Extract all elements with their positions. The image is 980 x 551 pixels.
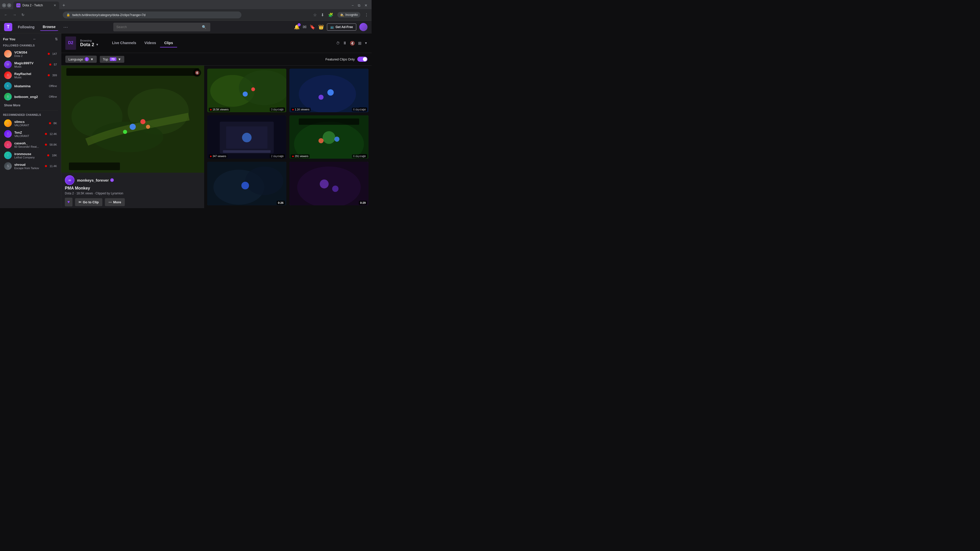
streamer-avatar[interactable]: ∞ xyxy=(65,175,75,185)
search-box[interactable]: 🔍 xyxy=(113,23,210,32)
new-tab-button[interactable]: + xyxy=(60,2,67,9)
live-dot-rayrachel xyxy=(48,74,50,76)
video-player[interactable]: 🔇 xyxy=(61,65,204,173)
clip-game: Dota 2 xyxy=(65,192,74,195)
clip-card-3[interactable]: 347 viewers 0:53 2 days ago y y0nd ✓ xyxy=(207,115,286,159)
notifications-icon[interactable]: 🔔 xyxy=(294,24,300,30)
for-you-label: For You xyxy=(3,37,15,41)
clip-thumb-bg-6 xyxy=(290,162,369,205)
volume-icon[interactable]: 🔇 xyxy=(350,41,355,46)
forward-button[interactable]: → xyxy=(12,12,18,18)
browse-game-dropdown[interactable]: ▼ xyxy=(96,43,99,46)
minimize-button[interactable]: − xyxy=(352,3,354,8)
clip-viewers-3: 347 viewers xyxy=(209,154,228,158)
sidebar-item-kkatamina[interactable]: K kkatamina Offline xyxy=(1,81,60,91)
twitch-logo[interactable]: T xyxy=(4,23,12,31)
sidebar: For You ← ⇅ FOLLOWED CHANNELS V VCM354 D… xyxy=(0,33,61,208)
notification-badge xyxy=(298,23,301,26)
offline-betboom: Offline xyxy=(49,95,57,98)
clip-thumbnail-2: 1.1K viewers 0:04 6 days ago xyxy=(290,68,369,112)
layout-dropdown-arrow[interactable]: ▼ xyxy=(364,41,368,45)
go-to-clip-button[interactable]: ✂ Go to Clip xyxy=(75,198,102,206)
browse-game-avatar: D2 xyxy=(65,37,76,50)
twitch-app: T Following Browse ⋯ 🔍 🔔 ✉ 🔖 👑 📺 Get Ad-… xyxy=(0,21,372,208)
grid-layout-icon[interactable]: ⊞ xyxy=(358,41,361,46)
chrome-menu-icon[interactable]: ⋮ xyxy=(364,13,369,17)
svg-point-28 xyxy=(323,131,335,144)
sort-button[interactable]: Top 7D ▼ xyxy=(100,56,124,63)
featured-video-player: 🔇 ∞ monkeys_forever ✓ PMA xyxy=(61,65,204,208)
sidebar-item-vcm354[interactable]: V VCM354 Dota 2 147 xyxy=(1,48,60,59)
search-submit-button[interactable]: 🔍 xyxy=(201,24,207,30)
extensions-icon[interactable]: 🧩 xyxy=(328,13,333,17)
sidebar-item-magic899tv[interactable]: M Magic899TV Music 57 xyxy=(1,59,60,70)
clip-age-4: 6 days ago xyxy=(352,154,367,158)
download-icon[interactable]: ⬇ xyxy=(321,13,324,17)
sidebar-item-ironmouse[interactable]: i ironmouse Lethal Company 18K xyxy=(1,150,60,161)
search-input[interactable] xyxy=(116,25,199,29)
browser-chrome: ‹ › 🎮 Dota 2 - Twitch ✕ + − ⧉ ✕ ← → ↻ 🔒 … xyxy=(0,0,372,21)
pause-icon[interactable]: ⏸ xyxy=(343,41,347,45)
svg-point-18 xyxy=(299,75,356,112)
heart-button[interactable]: ♥ xyxy=(65,198,73,206)
watchlist-icon[interactable]: 🔖 xyxy=(310,24,315,30)
sidebar-item-caseoh[interactable]: c caseoh_ 60 Seconds! Reat... 58.8K xyxy=(1,139,60,150)
browse-header: D2 Browsing Dota 2 ▼ Live Channels Video… xyxy=(61,33,372,53)
browser-tab-active[interactable]: 🎮 Dota 2 - Twitch ✕ xyxy=(13,2,59,9)
clip-card-4[interactable]: 291 viewers 0:28 6 days ago r realmrluck… xyxy=(290,115,369,159)
nav-following-link[interactable]: Following xyxy=(15,24,37,30)
incognito-label: Incognito xyxy=(345,13,358,17)
incognito-badge[interactable]: 🕵 Incognito xyxy=(337,12,360,17)
tab-close-button[interactable]: ✕ xyxy=(54,3,56,7)
for-you-sort-icon[interactable]: ⇅ xyxy=(55,37,58,41)
restore-button[interactable]: ⧉ xyxy=(358,3,360,8)
refresh-button[interactable]: ↻ xyxy=(21,12,25,18)
crown-icon[interactable]: 👑 xyxy=(318,24,324,30)
nav-more-button[interactable]: ⋯ xyxy=(61,23,70,31)
url-bar[interactable]: 🔒 twitch.tv/directory/category/dota-2/cl… xyxy=(63,11,242,18)
tv-icon: 📺 xyxy=(330,25,334,29)
tab-favicon-icon: 🎮 xyxy=(16,3,21,7)
clip-duration-6: 0:29 xyxy=(359,201,367,205)
sidebar-item-rayrachel[interactable]: R RayRachel Music 399 xyxy=(1,70,60,81)
incognito-icon: 🕵 xyxy=(340,13,344,17)
svg-point-29 xyxy=(318,138,324,143)
sidebar-item-betboom[interactable]: B betboom_eng2 Offline xyxy=(1,91,60,102)
for-you-section: For You ← ⇅ xyxy=(0,35,61,43)
channel-game-tenz: VALORANT xyxy=(14,135,42,138)
tab-clips[interactable]: Clips xyxy=(160,39,177,48)
clip-age-2: 6 days ago xyxy=(352,108,367,111)
tab-live-channels[interactable]: Live Channels xyxy=(108,39,140,48)
sidebar-item-s0mcs[interactable]: s s0mcs VALORANT 8K xyxy=(1,118,60,129)
user-avatar[interactable] xyxy=(360,23,368,31)
more-dots-icon: ⋯ xyxy=(108,200,112,204)
clip-card-6[interactable]: 0:29 Loading... xyxy=(290,162,369,205)
clip-card-5[interactable]: 0:26 Loading... xyxy=(207,162,286,205)
clip-card-1[interactable]: 18.5K viewers 0:52 3 days ago ∞ monkeys_… xyxy=(207,68,286,112)
get-adfree-button[interactable]: 📺 Get Ad-Free xyxy=(327,24,356,30)
bookmark-star-icon[interactable]: ☆ xyxy=(313,13,317,17)
clip-card-2[interactable]: 1.1K viewers 0:04 6 days ago F FlapjackD… xyxy=(290,68,369,112)
lock-icon: 🔒 xyxy=(66,13,70,17)
show-more-followed[interactable]: Show More xyxy=(1,102,60,109)
back-button[interactable]: ← xyxy=(3,12,9,18)
for-you-back-icon[interactable]: ← xyxy=(33,37,36,41)
timer-icon[interactable]: ⏱ xyxy=(336,41,340,45)
close-window-button[interactable]: ✕ xyxy=(364,3,368,8)
video-mute-button[interactable]: 🔇 xyxy=(193,68,201,77)
clip-duration-5: 0:26 xyxy=(277,201,285,205)
channel-info-shroud: shroud Escape from Tarkov xyxy=(14,163,42,170)
nav-right-actions: 🔔 ✉ 🔖 👑 📺 Get Ad-Free xyxy=(294,23,368,31)
inbox-icon[interactable]: ✉ xyxy=(303,24,307,30)
svg-rect-10 xyxy=(66,68,199,76)
tab-videos[interactable]: Videos xyxy=(140,39,160,48)
featured-clips-toggle-switch[interactable] xyxy=(357,57,368,62)
tab-nav-back[interactable]: ‹ xyxy=(2,3,6,7)
tab-nav-forward[interactable]: › xyxy=(7,3,11,7)
live-dot-ironmouse xyxy=(47,154,49,156)
sidebar-item-shroud[interactable]: S shroud Escape from Tarkov 11.4K xyxy=(1,161,60,171)
sidebar-item-tenz[interactable]: T TenZ VALORANT 12.4K xyxy=(1,129,60,139)
more-button[interactable]: ⋯ More xyxy=(105,198,125,206)
nav-browse-link[interactable]: Browse xyxy=(40,23,58,31)
language-filter-button[interactable]: Language 1 ▼ xyxy=(65,56,97,63)
